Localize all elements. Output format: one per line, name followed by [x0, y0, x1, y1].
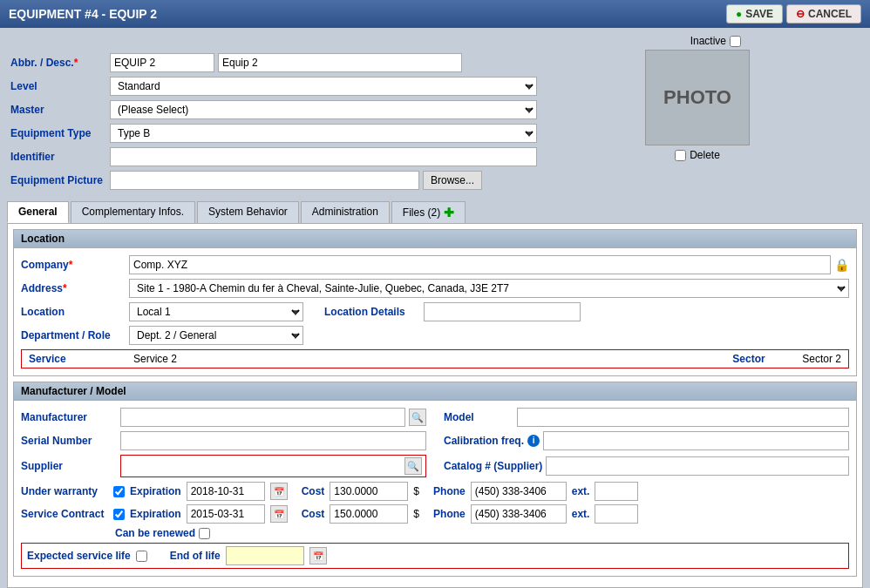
warranty-phone-input[interactable] [471, 482, 567, 501]
calibration-info-icon[interactable]: i [527, 435, 540, 447]
header-buttons: ● SAVE ⊖ CANCEL [726, 4, 861, 24]
tab-system-behavior[interactable]: System Behavior [197, 201, 299, 223]
inactive-row: Inactive [7, 35, 863, 47]
serial-input[interactable] [120, 431, 426, 450]
calibration-field: Calibration freq. i [444, 431, 849, 450]
equipment-type-label: Equipment Type [10, 127, 106, 139]
delete-label: Delete [690, 149, 720, 161]
sc-checkbox[interactable] [113, 509, 125, 520]
tab-files[interactable]: Files (2) ✚ [391, 201, 466, 223]
warranty-calendar-button[interactable]: 📅 [270, 483, 288, 500]
manufacturer-label: Manufacturer [21, 411, 117, 423]
catalog-input[interactable] [546, 456, 849, 476]
location-section: Location Company* 🔒 Address* [13, 229, 857, 376]
sc-expiration-input[interactable] [187, 504, 265, 524]
master-select[interactable]: (Please Select) [110, 100, 537, 119]
level-select[interactable]: Standard [110, 77, 537, 96]
sc-cost-input[interactable] [330, 504, 408, 524]
sector-label: Sector [732, 353, 802, 365]
warranty-cost-input[interactable] [330, 482, 408, 501]
inactive-checkbox[interactable] [730, 36, 741, 47]
department-label: Department / Role [21, 329, 126, 341]
manufacturer-section: Manufacturer / Model Manufacturer 🔍 Mode… [13, 382, 857, 577]
service-contract-row: Service Contract Expiration 📅 Cost $ Pho… [21, 504, 849, 524]
equipment-picture-label: Equipment Picture [10, 174, 106, 186]
calibration-input[interactable] [543, 431, 849, 450]
can-be-renewed-checkbox[interactable] [199, 528, 210, 539]
supplier-label: Supplier [21, 460, 117, 472]
calibration-label: Calibration freq. [444, 435, 524, 447]
save-icon: ● [736, 8, 742, 20]
location-detail-row: Location Local 1 Location Details [21, 302, 849, 321]
serial-label: Serial Number [21, 435, 117, 447]
sc-ext-label: ext. [572, 508, 590, 520]
sc-expiration-label: Expiration [130, 508, 181, 520]
delete-checkbox[interactable] [675, 150, 686, 161]
address-row: Address* Site 1 - 1980-A Chemin du fer à… [21, 279, 849, 298]
model-label: Model [444, 411, 513, 423]
tabs-bar: General Complementary Infos. System Beha… [7, 201, 863, 223]
identifier-input[interactable] [110, 147, 537, 166]
can-be-renewed-label: Can be renewed [115, 527, 195, 539]
file-path-input[interactable] [110, 171, 419, 190]
department-row: Department / Role Dept. 2 / General [21, 326, 849, 345]
warranty-expiration-input[interactable] [187, 482, 265, 501]
location-details-input[interactable] [424, 302, 581, 321]
manufacturer-section-header: Manufacturer / Model [14, 382, 856, 401]
sc-ext-input[interactable] [595, 504, 638, 524]
tab-general[interactable]: General [7, 201, 69, 223]
esl-label: Expected service life [27, 550, 131, 562]
main-content: Inactive Abbr. / Desc.* Level Standard [0, 28, 870, 588]
location-details-label: Location Details [324, 306, 420, 318]
warranty-checkbox[interactable] [113, 486, 125, 497]
sc-label: Service Contract [21, 508, 108, 520]
department-select-wrapper: Dept. 2 / General [129, 326, 303, 345]
eol-input[interactable] [226, 546, 304, 565]
equipment-type-select[interactable]: Type B [110, 124, 537, 143]
esl-row: Expected service life End of life 📅 [21, 543, 849, 569]
supplier-search-button[interactable]: 🔍 [404, 457, 422, 475]
model-input[interactable] [517, 408, 849, 427]
supplier-catalog-row: Supplier 🔍 Catalog # (Supplier) [21, 455, 849, 477]
location-label: Location [21, 306, 126, 318]
cancel-button[interactable]: ⊖ CANCEL [786, 4, 861, 24]
warranty-currency: $ [413, 485, 419, 497]
tab-administration[interactable]: Administration [301, 201, 390, 223]
address-select[interactable]: Site 1 - 1980-A Chemin du fer à Cheval, … [129, 279, 849, 298]
location-section-header: Location [14, 230, 856, 248]
serial-calibration-row: Serial Number Calibration freq. i [21, 431, 849, 450]
photo-text: PHOTO [663, 86, 731, 109]
tab-complementary-infos[interactable]: Complementary Infos. [71, 201, 195, 223]
warranty-ext-label: ext. [572, 485, 590, 497]
save-button[interactable]: ● SAVE [726, 4, 783, 24]
manufacturer-section-body: Manufacturer 🔍 Model Serial Number [14, 401, 856, 576]
desc-input[interactable] [218, 53, 462, 72]
can-be-renewed-row: Can be renewed [21, 527, 849, 539]
esl-checkbox[interactable] [136, 551, 147, 562]
warranty-ext-input[interactable] [595, 482, 638, 501]
warranty-expiration-label: Expiration [130, 485, 181, 497]
company-label: Company* [21, 259, 126, 271]
equipment-picture-row: Equipment Picture Browse... [7, 171, 863, 190]
eol-calendar-button[interactable]: 📅 [309, 547, 327, 564]
delete-row: Delete [675, 149, 720, 161]
sc-phone-input[interactable] [471, 504, 567, 524]
inactive-label: Inactive [690, 35, 726, 47]
photo-section: PHOTO Delete [645, 50, 750, 161]
equipment-type-select-wrapper: Type B [110, 124, 537, 143]
company-input[interactable] [129, 255, 831, 274]
manufacturer-input[interactable] [120, 408, 405, 427]
add-file-icon[interactable]: ✚ [444, 206, 454, 220]
department-select[interactable]: Dept. 2 / General [129, 326, 303, 345]
browse-button[interactable]: Browse... [423, 171, 482, 190]
supplier-input[interactable] [125, 458, 401, 474]
service-value: Service 2 [133, 353, 732, 365]
location-section-body: Company* 🔒 Address* Site 1 - 1980-A Chem… [14, 248, 856, 375]
location-select-wrapper: Local 1 [129, 302, 303, 321]
top-form-area: Abbr. / Desc.* Level Standard Master [7, 50, 863, 198]
warranty-label: Under warranty [21, 485, 108, 497]
location-select[interactable]: Local 1 [129, 302, 303, 321]
abbr-input[interactable] [110, 53, 214, 72]
manufacturer-search-button[interactable]: 🔍 [409, 409, 426, 426]
sc-calendar-button[interactable]: 📅 [270, 505, 288, 523]
